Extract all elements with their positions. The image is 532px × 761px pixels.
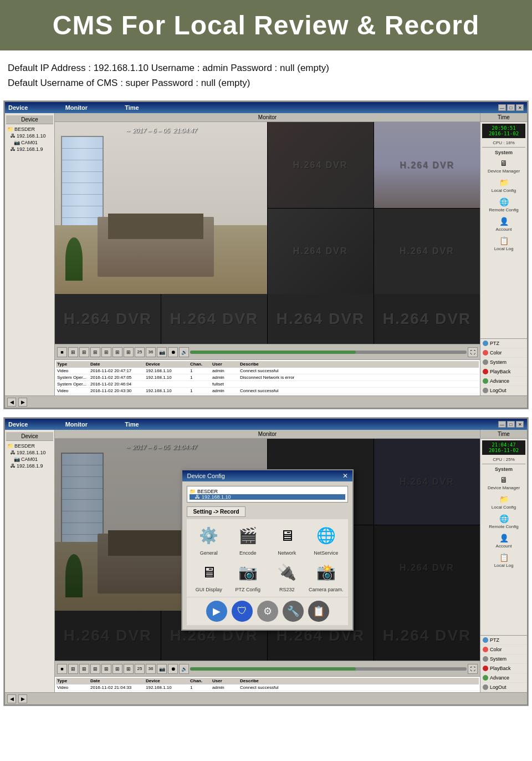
status-btn-1[interactable]: ◀: [7, 398, 16, 407]
account-button-2[interactable]: 👤 Account: [480, 531, 527, 550]
cms-toolbar-1[interactable]: ■ ⊞ ⊞ ⊞ ⊞ ⊞ ⊞ 25 36 📷 ⏺ 🔊: [55, 344, 480, 359]
rec-button-2[interactable]: ⏺: [168, 664, 178, 674]
tree-item-besder[interactable]: 📁 BESDER: [6, 126, 53, 133]
local-log-button[interactable]: 📋 Local Log: [480, 234, 527, 253]
volume-slider[interactable]: [190, 351, 467, 354]
config-btn-2[interactable]: 🛡: [232, 601, 253, 622]
config-btn-4[interactable]: 🔧: [283, 601, 304, 622]
audio-button[interactable]: 🔊: [179, 347, 189, 357]
encode-label: Encode: [239, 550, 257, 556]
network-icon-cfg: 🖥: [275, 524, 299, 548]
config-btn-5[interactable]: 📋: [308, 601, 329, 622]
tree-item-ip1[interactable]: 🖧 192.168.1.10: [6, 133, 53, 139]
config-guidisplay[interactable]: 🖥 GUI Display: [191, 560, 226, 592]
device-manager-button[interactable]: 🖥 Device Manager: [480, 156, 527, 175]
advance-button-2[interactable]: Advance: [480, 673, 527, 683]
advance-button[interactable]: Advance: [480, 377, 527, 386]
config-network[interactable]: 🖥 Network: [270, 524, 305, 556]
ptz-button-2[interactable]: PTZ: [480, 636, 527, 645]
grid1-button-2[interactable]: ⊞: [68, 664, 78, 674]
close-button[interactable]: ✕: [516, 104, 524, 111]
status-btn-3[interactable]: ◀: [7, 694, 16, 703]
minimize-button-2[interactable]: —: [498, 421, 506, 428]
remote-config-button[interactable]: 🌐 Remote Config: [480, 195, 527, 214]
grid6-button[interactable]: ⊞: [124, 347, 134, 357]
num25-button[interactable]: 25: [135, 347, 145, 357]
tree2-item-ip1[interactable]: 🖧 192.168.1.10: [6, 449, 53, 456]
logout-button[interactable]: LogOut: [480, 386, 527, 395]
config-rs232[interactable]: 🔌 RS232: [270, 560, 305, 592]
local-config-button[interactable]: 📁 Local Config: [480, 175, 527, 195]
grid5-button-2[interactable]: ⊞: [112, 664, 122, 674]
tree2-item-ip2[interactable]: 🖧 192.168.1.9: [6, 463, 53, 469]
grid1-button[interactable]: ⊞: [68, 347, 78, 357]
fullscreen-button-2[interactable]: ⛶: [468, 664, 478, 674]
fullscreen-button[interactable]: ⛶: [468, 347, 478, 357]
dialog-close-button[interactable]: ✕: [342, 472, 348, 480]
grid4-button[interactable]: ⊞: [101, 347, 111, 357]
rec-button[interactable]: ⏺: [168, 347, 178, 357]
config-btn-1[interactable]: ▶: [206, 601, 227, 622]
tree2-item-cam1[interactable]: 📷 CAM01: [6, 456, 53, 463]
local-log-button-2[interactable]: 📋 Local Log: [480, 550, 527, 570]
playback-button[interactable]: PlayBack: [480, 367, 527, 377]
local-config-label-2: Local Config: [492, 505, 516, 510]
tree-item-cam1[interactable]: 📷 CAM01: [6, 139, 53, 146]
stop-button[interactable]: ■: [57, 347, 67, 357]
dialog-tab: Setting -> Record: [187, 506, 245, 517]
remote-config-button-2[interactable]: 🌐 Remote Config: [480, 511, 527, 531]
close-button-2[interactable]: ✕: [516, 421, 524, 428]
netservice-label: NetService: [314, 550, 338, 556]
num36-button-2[interactable]: 36: [146, 664, 156, 674]
window-controls[interactable]: — □ ✕: [498, 104, 524, 111]
playback-button-2[interactable]: PlayBack: [480, 664, 527, 673]
cam-button[interactable]: 📷: [157, 347, 167, 357]
color-button-2[interactable]: Color: [480, 645, 527, 655]
color-button[interactable]: Color: [480, 348, 527, 358]
grid6-button-2[interactable]: ⊞: [124, 664, 134, 674]
account-button[interactable]: 👤 Account: [480, 214, 527, 234]
system-button[interactable]: System: [480, 358, 527, 367]
volume-slider-2[interactable]: [190, 667, 467, 671]
num25-button-2[interactable]: 25: [135, 664, 145, 674]
config-general[interactable]: ⚙️ General: [191, 524, 226, 556]
video-cell-3: H.264 DVR: [374, 122, 480, 208]
stop-button-2[interactable]: ■: [57, 664, 67, 674]
tree2-item-besder[interactable]: 📁 BESDER: [6, 443, 53, 449]
status-btn-2[interactable]: ▶: [18, 398, 27, 407]
grid5-button[interactable]: ⊞: [112, 347, 122, 357]
window-controls-2[interactable]: — □ ✕: [498, 421, 524, 428]
config-encode[interactable]: 🎬 Encode: [231, 524, 265, 556]
config-bottom-icon-1: ▶: [206, 601, 227, 622]
local-config-button-2[interactable]: 📁 Local Config: [480, 492, 527, 511]
grid2-button[interactable]: ⊞: [79, 347, 89, 357]
cam-button-2[interactable]: 📷: [157, 664, 167, 674]
time-display-2: 21:04:47 2016-11-02: [482, 440, 525, 455]
ptz-button[interactable]: PTZ: [480, 339, 527, 348]
device-manager-button-2[interactable]: 🖥 Device Manager: [480, 473, 527, 492]
config-bottom-icon-4: 🔧: [283, 601, 304, 622]
video-cell-main: ～ 2017 – 6 – 05 21:04:47: [55, 122, 267, 294]
status-btn-4[interactable]: ▶: [18, 694, 27, 703]
config-ptzconfig[interactable]: 📷 PTZ Config: [231, 560, 265, 592]
rs232-label: RS232: [279, 587, 295, 592]
cms-body-2: Device 📁 BESDER 🖧 192.168.1.10 📷 CAM01 🖧…: [5, 430, 527, 692]
maximize-button-2[interactable]: □: [507, 421, 515, 428]
maximize-button[interactable]: □: [507, 104, 515, 111]
cms-toolbar-2[interactable]: ■ ⊞ ⊞ ⊞ ⊞ ⊞ ⊞ 25 36 📷 ⏺ 🔊: [55, 661, 480, 676]
system-button-2[interactable]: System: [480, 655, 527, 664]
grid2-button-2[interactable]: ⊞: [79, 664, 89, 674]
grid3-button[interactable]: ⊞: [90, 347, 100, 357]
grid4-button-2[interactable]: ⊞: [101, 664, 111, 674]
audio-button-2[interactable]: 🔊: [179, 664, 189, 674]
logout-button-2[interactable]: LogOut: [480, 683, 527, 692]
config-btn-3[interactable]: ⚙: [257, 601, 278, 622]
minimize-button[interactable]: —: [498, 104, 506, 111]
dialog-tree-selected[interactable]: 🖧 192.168.1.10: [190, 494, 345, 500]
config-cameraparam[interactable]: 📸 Camera param.: [309, 560, 344, 592]
dvr-watermark-5: H.264 DVR: [400, 246, 454, 256]
grid3-button-2[interactable]: ⊞: [90, 664, 100, 674]
tree-item-ip2[interactable]: 🖧 192.168.1.9: [6, 146, 53, 153]
num36-button[interactable]: 36: [146, 347, 156, 357]
config-netservice[interactable]: 🌐 NetService: [309, 524, 344, 556]
